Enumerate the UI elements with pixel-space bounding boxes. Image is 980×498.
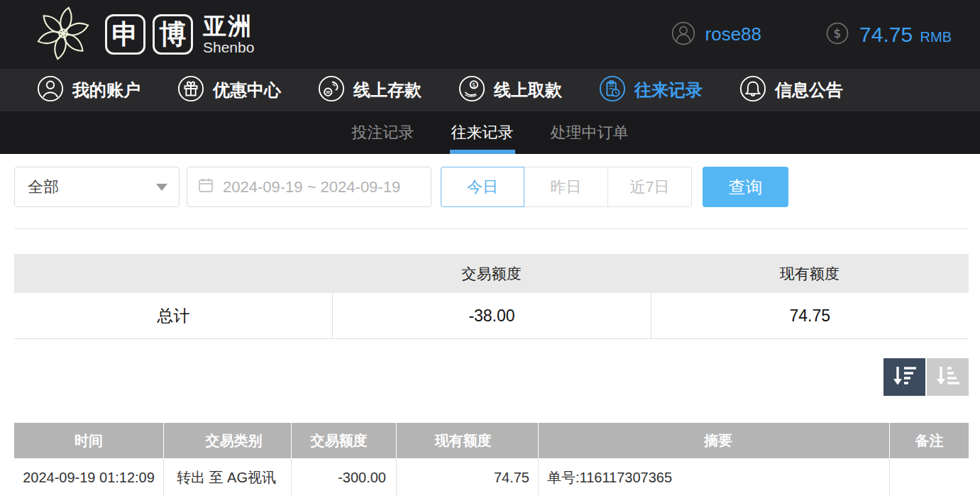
nav-label: 优惠中心 <box>213 79 281 101</box>
user-bar: rose88 $ 74.75 RMB <box>671 21 952 48</box>
nav-item-withdraw[interactable]: $ 线上取款 <box>458 75 562 105</box>
query-button[interactable]: 查询 <box>703 167 788 207</box>
main-content: 全部 2024-09-19 ~ 2024-09-19 今日 昨日 近7日 查询 <box>0 154 980 497</box>
cell-summary: 单号:116117307365 <box>538 458 889 497</box>
summary-table: 交易额度 现有额度 总计 -38.00 74.75 <box>14 254 969 339</box>
nav-item-transaction-records[interactable]: 往来记录 <box>599 75 703 105</box>
col-header-time: 时间 <box>14 423 163 458</box>
nav-label: 信息公告 <box>775 79 843 101</box>
yesterday-button[interactable]: 昨日 <box>524 167 608 207</box>
summary-total-label: 总计 <box>14 293 332 338</box>
sort-descending-button[interactable] <box>883 358 925 396</box>
summary-header-row: 交易额度 现有额度 <box>14 254 969 293</box>
nav-item-deposit[interactable]: 线上存款 <box>318 75 422 105</box>
col-header-transaction-type: 交易类别 <box>163 423 291 458</box>
chevron-down-icon <box>156 184 167 191</box>
user-account[interactable]: rose88 <box>671 21 762 48</box>
sort-descending-icon <box>891 364 918 390</box>
nav-item-promotions[interactable]: 优惠中心 <box>177 75 281 105</box>
calendar-icon <box>197 177 214 198</box>
col-header-summary: 摘要 <box>538 423 889 458</box>
balance[interactable]: $ 74.75 RMB <box>825 21 952 48</box>
subtab-label: 投注记录 <box>352 122 414 143</box>
nav-item-announcements[interactable]: 信息公告 <box>739 75 843 105</box>
user-icon <box>37 75 64 105</box>
summary-header-current-balance: 现有额度 <box>651 254 969 293</box>
bell-icon <box>739 75 766 105</box>
tab-bet-records[interactable]: 投注记录 <box>351 111 416 154</box>
col-header-current-balance: 现有额度 <box>396 423 538 458</box>
tab-processing-orders[interactable]: 处理中订单 <box>549 111 630 154</box>
summary-current-balance: 74.75 <box>651 293 969 338</box>
last7days-button[interactable]: 近7日 <box>608 167 692 207</box>
today-button[interactable]: 今日 <box>441 167 524 207</box>
active-tab-underline <box>450 150 515 154</box>
balance-amount: 74.75 <box>859 23 913 46</box>
withdraw-icon: $ <box>458 75 485 105</box>
cell-current-balance: 74.75 <box>396 458 538 497</box>
sub-navigation: 投注记录 往来记录 处理中订单 <box>0 111 980 154</box>
tab-transaction-records[interactable]: 往来记录 <box>450 111 515 154</box>
type-select-value: 全部 <box>28 177 59 198</box>
records-table: 时间 交易类别 交易额度 现有额度 摘要 备注 2024-09-19 01:12… <box>14 423 969 497</box>
svg-text:$: $ <box>834 26 842 40</box>
svg-text:$: $ <box>472 82 475 89</box>
table-row: 2024-09-19 01:12:09 转出 至 AG视讯 -300.00 74… <box>14 458 969 497</box>
nav-label: 线上取款 <box>494 79 562 101</box>
logo-char-shen: 申 <box>105 14 145 55</box>
cell-remarks <box>889 458 969 497</box>
col-header-remarks: 备注 <box>889 423 969 458</box>
quick-date-buttons: 今日 昨日 近7日 <box>441 167 692 207</box>
type-select[interactable]: 全部 <box>14 167 180 207</box>
sort-ascending-button[interactable] <box>927 358 969 396</box>
flower-logo-icon <box>34 4 92 65</box>
subtab-label: 往来记录 <box>451 122 514 143</box>
sort-ascending-icon <box>935 364 962 390</box>
summary-header-transaction-amount: 交易额度 <box>332 254 650 293</box>
summary-total-row: 总计 -38.00 74.75 <box>14 293 969 339</box>
subtab-label: 处理中订单 <box>551 122 629 143</box>
summary-header-empty <box>14 254 332 293</box>
summary-transaction-amount: -38.00 <box>332 293 650 338</box>
main-navigation: 我的账户 优惠中心 线上存款 <box>0 69 980 111</box>
nav-label: 线上存款 <box>353 79 422 101</box>
records-header-row: 时间 交易类别 交易额度 现有额度 摘要 备注 <box>14 423 969 458</box>
filter-bar: 全部 2024-09-19 ~ 2024-09-19 今日 昨日 近7日 查询 <box>14 167 969 207</box>
gift-icon <box>177 75 204 105</box>
sort-controls <box>14 358 969 396</box>
nav-label: 往来记录 <box>634 79 703 101</box>
brand-subtitle: Shenbo <box>203 40 254 55</box>
user-avatar-icon <box>671 21 695 48</box>
brand-region: 亚洲 <box>203 14 254 38</box>
nav-label: 我的账户 <box>72 79 141 101</box>
deposit-icon <box>318 75 345 105</box>
section-divider <box>14 228 969 229</box>
logo-char-bo: 博 <box>153 14 193 55</box>
date-range-input[interactable]: 2024-09-19 ~ 2024-09-19 <box>187 167 431 207</box>
nav-item-my-account[interactable]: 我的账户 <box>37 75 141 105</box>
cell-time: 2024-09-19 01:12:09 <box>14 458 163 497</box>
records-icon <box>599 75 626 105</box>
cell-transaction-amount: -300.00 <box>291 458 396 497</box>
balance-currency: RMB <box>920 29 952 45</box>
brand-logo[interactable]: 申 博 亚洲 Shenbo <box>34 4 254 65</box>
date-range-value: 2024-09-19 ~ 2024-09-19 <box>223 178 400 197</box>
username: rose88 <box>705 23 762 45</box>
top-header: 申 博 亚洲 Shenbo rose88 $ <box>0 0 980 69</box>
cell-transaction-type: 转出 至 AG视讯 <box>163 458 291 497</box>
col-header-transaction-amount: 交易额度 <box>291 423 396 458</box>
dollar-coin-icon: $ <box>825 21 849 48</box>
